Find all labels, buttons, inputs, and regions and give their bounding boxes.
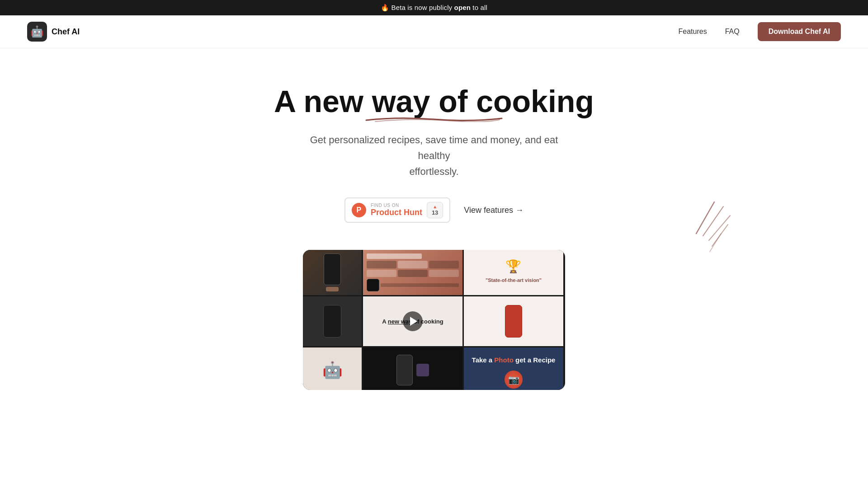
features-nav-link[interactable]: Features: [679, 28, 707, 36]
grid-cell-app-ui: [363, 250, 462, 295]
nav-links: Features FAQ Download Chef AI: [679, 22, 841, 41]
faq-nav-link[interactable]: FAQ: [725, 28, 740, 36]
phone-hand-visual-1: [324, 253, 341, 291]
ph-upvotes: ▲ 13: [427, 202, 443, 218]
grid-cell-phone-hand-3: [464, 296, 563, 346]
robot-icon: 🤖: [322, 361, 343, 380]
product-hunt-text: FIND US ON Product Hunt: [371, 203, 422, 217]
grid-cell-phone-dark: [363, 347, 462, 390]
grid-cell-video[interactable]: A new way of cooking: [363, 296, 462, 346]
hero-subtitle: Get personalized recipes, save time and …: [294, 132, 574, 180]
logo-icon: 🤖: [27, 22, 47, 42]
top-banner: 🔥 Beta is now publicly open to all: [0, 0, 868, 15]
logo[interactable]: 🤖 Chef AI: [27, 22, 80, 42]
banner-bold: open: [454, 4, 471, 11]
svg-line-4: [710, 234, 721, 252]
ph-find-us-label: FIND US ON: [371, 203, 399, 208]
award-wreath-icon: 🏆: [505, 259, 521, 274]
grid-cell-take-photo: Take a Photo get a Recipe 📷: [464, 347, 563, 390]
title-underline-decoration: [362, 116, 506, 122]
svg-line-0: [696, 202, 714, 234]
camera-icon: 📷: [505, 371, 523, 389]
product-hunt-logo: P: [352, 203, 366, 217]
grid-cell-phone-hand-1: [303, 250, 362, 295]
download-cta-button[interactable]: Download Chef AI: [758, 22, 841, 41]
brand-name: Chef AI: [52, 27, 80, 37]
product-hunt-badge[interactable]: P FIND US ON Product Hunt ▲ 13: [344, 197, 450, 223]
video-play-button[interactable]: [403, 311, 423, 331]
logo-emoji: 🤖: [30, 25, 44, 38]
award-inner: 🏆 "State-of-the-art vision": [478, 255, 549, 290]
grid-cell-award: 🏆 "State-of-the-art vision": [464, 250, 563, 295]
award-text: "State-of-the-art vision": [482, 274, 545, 286]
banner-text-after: to all: [471, 4, 487, 11]
hero-title-wrapper: A new way of cooking: [274, 84, 594, 118]
ph-count: 13: [432, 209, 438, 216]
hero-title: A new way of cooking: [274, 84, 594, 118]
view-features-button[interactable]: View features →: [464, 206, 524, 215]
media-grid: 🏆 "State-of-the-art vision" A new way of…: [303, 250, 565, 390]
take-photo-text: Take a Photo get a Recipe: [468, 352, 559, 368]
svg-line-1: [703, 206, 723, 236]
media-grid-wrapper: 🏆 "State-of-the-art vision" A new way of…: [0, 250, 868, 417]
navbar: 🤖 Chef AI Features FAQ Download Chef AI: [0, 15, 868, 48]
grid-cell-phone-hand-2: [303, 296, 362, 346]
ph-arrow-icon: ▲: [433, 204, 437, 209]
play-triangle-icon: [410, 317, 417, 326]
grid-cell-robot: 🤖: [303, 347, 362, 390]
banner-text: 🔥 Beta is now publicly: [381, 4, 454, 11]
ph-name: Product Hunt: [371, 208, 422, 217]
hero-section: A new way of cooking Get personalized re…: [0, 48, 868, 241]
